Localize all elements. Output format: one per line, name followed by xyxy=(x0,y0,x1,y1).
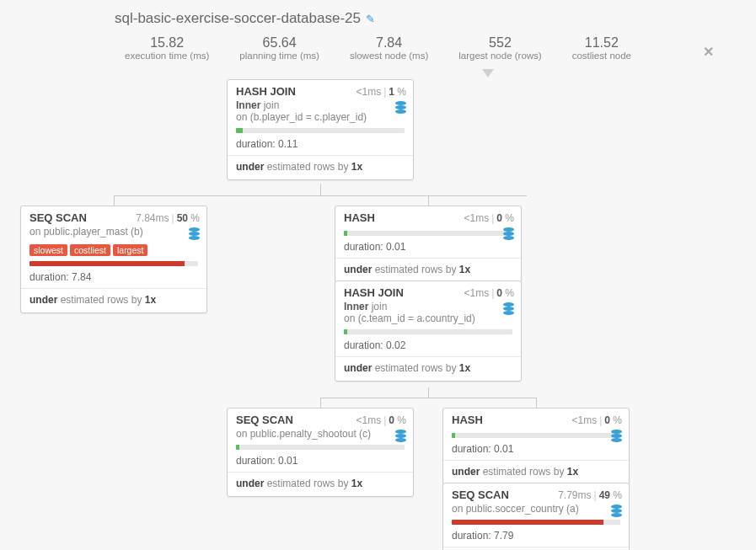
database-icon[interactable] xyxy=(395,101,406,113)
plan-node-hash-join-2[interactable]: HASH JOIN <1ms|0 % Inner join on (c.team… xyxy=(335,280,522,382)
node-duration: duration: 7.79 xyxy=(443,528,629,547)
database-icon[interactable] xyxy=(189,227,200,239)
node-tags: slowest costliest largest xyxy=(21,243,206,261)
stats-summary: 15.82 execution time (ms) 65.64 planning… xyxy=(17,35,739,61)
node-type: SEQ SCAN xyxy=(29,211,87,224)
node-duration: duration: 0.11 xyxy=(228,136,413,156)
node-duration: duration: 0.01 xyxy=(443,441,629,461)
node-metrics: <1ms|1 % xyxy=(356,86,406,98)
node-type: HASH JOIN xyxy=(344,286,404,299)
node-metrics: <1ms|0 % xyxy=(464,212,514,224)
stat-largest: 552 largest node (rows) xyxy=(458,35,541,61)
node-duration: duration: 0.02 xyxy=(335,338,521,357)
node-type: HASH xyxy=(452,414,483,426)
node-duration: duration: 0.01 xyxy=(228,453,413,473)
plan-node-hash-join-root[interactable]: HASH JOIN <1ms|1 % Inner join on (b.play… xyxy=(227,79,414,180)
stat-plan-time: 65.64 planning time (ms) xyxy=(239,35,319,61)
node-type: HASH JOIN xyxy=(236,85,296,98)
plan-node-seqscan-soccer-country[interactable]: SEQ SCAN 7.79ms|49 % on public.soccer_co… xyxy=(442,483,630,550)
node-estimate: under estimated rows by 1x xyxy=(228,473,413,496)
node-metrics: 7.84ms|50 % xyxy=(136,212,200,224)
database-icon[interactable] xyxy=(503,227,514,239)
node-table: on public.penalty_shootout (c) xyxy=(228,428,413,445)
node-table: on public.player_mast (b) xyxy=(21,226,206,243)
node-estimate: under estimated rows by 1x xyxy=(21,289,206,312)
node-type: HASH xyxy=(344,211,375,224)
node-metrics: <1ms|0 % xyxy=(571,414,622,426)
tag-largest: largest xyxy=(113,244,148,256)
stat-costliest: 11.52 costliest node xyxy=(572,35,631,61)
node-metrics: <1ms|0 % xyxy=(356,414,406,426)
stat-exec-time: 15.82 execution time (ms) xyxy=(125,35,209,61)
root-arrow-icon xyxy=(482,69,494,77)
node-estimate: under estimated rows by 1x xyxy=(335,357,521,381)
node-duration: duration: 7.84 xyxy=(21,270,206,289)
close-icon[interactable]: ✕ xyxy=(703,44,714,60)
stat-slowest: 7.84 slowest node (ms) xyxy=(350,35,428,61)
node-join-detail: Inner join on (c.team_id = a.country_id) xyxy=(335,301,521,329)
node-type: SEQ SCAN xyxy=(452,489,509,501)
page-title: sql-basic-exercise-soccer-database-25 xyxy=(115,10,361,27)
node-metrics: <1ms|0 % xyxy=(464,287,514,299)
plan-node-seqscan-penalty[interactable]: SEQ SCAN <1ms|0 % on public.penalty_shoo… xyxy=(227,408,414,497)
node-estimate: under estimated rows by 1x xyxy=(443,461,629,484)
node-join-detail: Inner join on (b.player_id = c.player_id… xyxy=(228,99,413,128)
node-type: SEQ SCAN xyxy=(236,414,293,426)
node-estimate: under estimated rows by 1x xyxy=(228,156,413,179)
node-metrics: 7.79ms|49 % xyxy=(558,489,622,501)
node-table: on public.soccer_country (a) xyxy=(443,503,629,520)
plan-node-hash-1[interactable]: HASH <1ms|0 % duration: 0.01 under estim… xyxy=(335,206,522,283)
node-estimate: under estimated rows by 1x xyxy=(335,259,521,282)
database-icon[interactable] xyxy=(611,430,622,441)
tag-costliest: costliest xyxy=(70,244,110,256)
edit-title-icon[interactable]: ✎ xyxy=(366,13,375,25)
database-icon[interactable] xyxy=(503,302,514,314)
plan-node-hash-2[interactable]: HASH <1ms|0 % duration: 0.01 under estim… xyxy=(442,408,630,485)
tag-slowest: slowest xyxy=(29,244,67,256)
plan-node-seqscan-player-mast[interactable]: SEQ SCAN 7.84ms|50 % on public.player_ma… xyxy=(20,206,207,313)
node-duration: duration: 0.01 xyxy=(335,239,521,259)
plan-tree: HASH JOIN <1ms|1 % Inner join on (b.play… xyxy=(17,76,739,550)
database-icon[interactable] xyxy=(611,505,622,516)
database-icon[interactable] xyxy=(395,430,406,441)
